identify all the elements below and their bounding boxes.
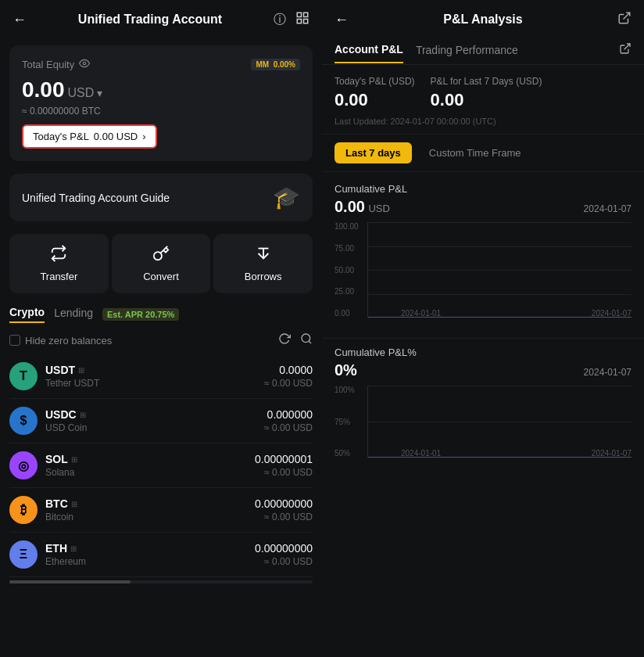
coin-usd-usdt: ≈ 0.00 USD (264, 378, 313, 389)
coin-item-usdc[interactable]: $ USDC ⊞ USD Coin 0.000000 ≈ 0.00 USD (9, 399, 313, 443)
coin-symbol-usdt: USDT (45, 364, 75, 376)
export-icon[interactable] (617, 11, 631, 28)
currency-dropdown[interactable]: ▾ (97, 87, 102, 99)
coin-name-usdt: Tether USDT (45, 378, 256, 389)
y-label-25: 25.00 (335, 287, 359, 296)
borrows-button[interactable]: Borrows (213, 234, 313, 293)
cumulative-pnl-chart: 100.00 75.00 50.00 25.00 0.00 2024-01-01… (335, 222, 631, 332)
coin-amounts-usdt: 0.0000 ≈ 0.00 USD (264, 364, 313, 389)
hide-zero-checkbox[interactable] (9, 335, 20, 346)
pnl-today-label: Today's P&L (USD) (335, 76, 415, 87)
pct-x-end: 2024-01-07 (592, 449, 631, 458)
svg-point-7 (302, 334, 310, 343)
pnl-7d-col: P&L for Last 7 Days (USD) 0.00 (431, 76, 542, 110)
time-btn-custom[interactable]: Custom Time Frame (418, 142, 532, 163)
svg-rect-2 (304, 20, 308, 23)
tab-lending[interactable]: Lending (54, 307, 93, 322)
cumulative-pnl-pct-value: 0% (335, 361, 357, 379)
svg-point-4 (83, 62, 86, 65)
convert-button[interactable]: Convert (112, 234, 211, 293)
coin-edit-icon-sol: ⊞ (71, 455, 77, 464)
pnl-7d-label: P&L for Last 7 Days (USD) (431, 76, 542, 87)
coin-avatar-usdt: T (9, 362, 38, 390)
hide-zero-label[interactable]: Hide zero balances (9, 335, 112, 346)
y-pct-100: 100% (335, 386, 355, 394)
left-header: ← Unified Trading Account ⓘ (0, 0, 322, 39)
help-icon[interactable]: ⓘ (274, 12, 286, 28)
y-pct-50: 50% (335, 449, 355, 458)
guide-text: Unified Trading Account Guide (22, 192, 170, 204)
pnl-updated: Last Updated: 2024-01-07 00:00:00 (UTC) (335, 117, 631, 126)
borrows-label: Borrows (245, 271, 282, 282)
pct-x-start: 2024-01-01 (401, 449, 441, 458)
coin-item-eth[interactable]: Ξ ETH ⊞ Ethereum 0.00000000 ≈ 0.00 USD (9, 533, 313, 577)
filter-row: Hide zero balances (0, 326, 322, 354)
y-label-100: 100.00 (335, 222, 359, 231)
coin-amount-usdc: 0.000000 (264, 408, 313, 421)
coin-name-usdc: USD Coin (45, 422, 256, 433)
coin-symbol-usdc: USDC (45, 408, 77, 421)
transfer-button[interactable]: Transfer (9, 234, 109, 293)
coin-info-btc: BTC ⊞ Bitcoin (45, 497, 247, 522)
pct-gridline-100 (368, 386, 631, 386)
hide-zero-text: Hide zero balances (25, 335, 112, 346)
equity-card: Total Equity MM 0.00% 0.00 USD ▾ ≈ 0.000… (9, 45, 313, 161)
pnl-box[interactable]: Today's P&L 0.00 USD › (22, 124, 157, 149)
svg-rect-3 (297, 20, 301, 23)
cumulative-pnl-date: 2024-01-07 (584, 203, 631, 214)
refresh-icon[interactable] (278, 332, 291, 348)
pnl-7d-value: 0.00 (431, 90, 464, 110)
back-button[interactable]: ← (13, 12, 27, 28)
guide-card[interactable]: Unified Trading Account Guide 🎓 (9, 174, 313, 221)
convert-label: Convert (143, 271, 179, 282)
coin-item-usdt[interactable]: T USDT ⊞ Tether USDT 0.0000 ≈ 0.00 USD (9, 354, 313, 399)
eye-icon[interactable] (79, 58, 90, 71)
y-label-75: 75.00 (335, 244, 359, 253)
pnl-today-value: 0.00 (335, 90, 368, 110)
tab-account-pnl[interactable]: Account P&L (335, 43, 403, 63)
left-panel: ← Unified Trading Account ⓘ Total Equity… (0, 0, 322, 657)
gridline-25 (368, 294, 631, 295)
coin-amounts-btc: 0.00000000 ≈ 0.00 USD (255, 497, 313, 522)
pct-gridline-75 (368, 422, 631, 422)
coin-item-sol[interactable]: ◎ SOL ⊞ Solana 0.00000001 ≈ 0.00 USD (9, 443, 313, 488)
chart-pct-x-labels: 2024-01-01 2024-01-07 (401, 449, 631, 458)
coin-info-usdt: USDT ⊞ Tether USDT (45, 364, 256, 389)
time-btn-last7[interactable]: Last 7 days (335, 142, 412, 163)
gridline-50 (368, 270, 631, 271)
tab-crypto[interactable]: Crypto (9, 306, 45, 323)
svg-rect-0 (297, 13, 301, 16)
cumulative-pnl-pct-title: Cumulative P&L% (335, 346, 631, 358)
coin-symbol-eth: ETH (45, 542, 67, 555)
right-back-button[interactable]: ← (335, 12, 349, 28)
coin-amount-eth: 0.00000000 (255, 542, 313, 555)
coin-usd-btc: ≈ 0.00 USD (255, 512, 313, 522)
cumulative-pnl-value: 0.00 (335, 198, 365, 215)
chart-y-labels: 100.00 75.00 50.00 25.00 0.00 (335, 222, 359, 332)
coin-item-btc[interactable]: ₿ BTC ⊞ Bitcoin 0.00000000 ≈ 0.00 USD (9, 488, 313, 533)
pnl-value: 0.00 USD (94, 131, 138, 142)
coin-edit-icon-usdt: ⊞ (78, 366, 84, 375)
gridline-100 (368, 222, 631, 223)
borrows-icon (255, 245, 272, 266)
coin-amount-btc: 0.00000000 (255, 497, 313, 510)
filter-icons (278, 332, 313, 348)
coin-amount-sol: 0.00000001 (255, 453, 313, 465)
coin-usd-eth: ≈ 0.00 USD (255, 556, 313, 567)
coin-edit-icon-btc: ⊞ (71, 500, 77, 508)
chart-pct-area: 2024-01-01 2024-01-07 (367, 386, 631, 458)
coin-name-eth: Ethereum (45, 556, 247, 567)
x-label-start: 2024-01-01 (401, 309, 441, 318)
chart-area: 2024-01-01 2024-01-07 (367, 222, 631, 318)
right-header: ← P&L Analysis (322, 0, 644, 39)
tab-export-icon[interactable] (619, 42, 631, 64)
right-panel: ← P&L Analysis Account P&L Trading Perfo… (322, 0, 644, 657)
equity-label-text: Total Equity (22, 59, 74, 70)
tab-trading-performance[interactable]: Trading Performance (416, 44, 518, 63)
chart-x-labels: 2024-01-01 2024-01-07 (401, 309, 631, 318)
search-icon[interactable] (300, 332, 313, 348)
header-icons: ⓘ (274, 11, 309, 28)
settings-icon[interactable] (295, 11, 309, 28)
convert-icon (152, 245, 170, 266)
coin-amounts-eth: 0.00000000 ≈ 0.00 USD (255, 542, 313, 567)
